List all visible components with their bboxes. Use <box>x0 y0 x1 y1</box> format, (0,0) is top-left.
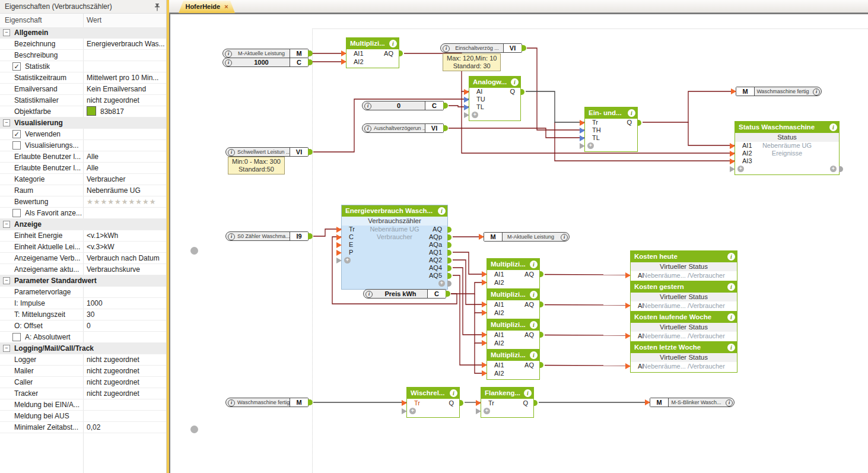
block-multiplizierer-5[interactable]: Multiplizi...iAI1AQAI2 <box>487 349 540 380</box>
add-input-icon[interactable]: + <box>484 408 490 414</box>
property-row-Als Favorit anze...[interactable]: Als Favorit anze... <box>0 208 166 219</box>
input-port-arrow[interactable] <box>482 340 487 346</box>
property-row-Statistikmailer[interactable]: Statistikmailernicht zugeordnet <box>0 95 166 106</box>
checkbox-Verwenden[interactable]: ✓ <box>12 130 21 138</box>
collapse-icon[interactable]: − <box>3 119 10 126</box>
output-port-nub[interactable] <box>447 281 452 287</box>
info-icon[interactable]: i <box>813 88 820 96</box>
input-port-arrow[interactable] <box>464 97 469 103</box>
info-icon[interactable]: i <box>628 109 635 117</box>
property-row-Meldung bei EIN/A...[interactable]: Meldung bei EIN/A... <box>0 399 166 411</box>
input-port-arrow[interactable] <box>402 400 407 406</box>
property-row-Visualisierung[interactable]: −Visualisierung <box>0 118 166 129</box>
input-port-arrow[interactable] <box>482 310 487 316</box>
input-port-arrow[interactable] <box>336 250 342 256</box>
input-port-arrow[interactable] <box>580 128 585 134</box>
property-row-Visualisierungs...[interactable]: Visualisierungs... <box>0 140 166 151</box>
info-icon[interactable]: i <box>364 103 371 110</box>
vi-waschmaschine-fertig[interactable]: iWaschmaschine fertigM <box>225 398 309 407</box>
property-row-Caller[interactable]: Callernicht zugeordnet <box>0 377 166 388</box>
input-port-arrow[interactable] <box>464 104 469 110</box>
input-port-arrow[interactable] <box>476 408 481 414</box>
input-port-arrow[interactable] <box>580 120 585 126</box>
block-flankengenerator[interactable]: Flankeng...iTrQ+ <box>481 387 534 418</box>
info-icon[interactable]: i <box>228 149 235 156</box>
input-port-arrow[interactable] <box>482 301 487 307</box>
info-icon[interactable]: i <box>727 253 735 261</box>
input-port-arrow[interactable] <box>730 143 735 149</box>
output-port-nub[interactable] <box>447 242 452 248</box>
output-port-nub[interactable] <box>520 89 524 95</box>
output-port-nub[interactable] <box>637 120 641 126</box>
collapse-icon[interactable]: − <box>3 345 10 352</box>
input-port-arrow[interactable] <box>730 151 735 157</box>
block-kosten-laufende-woche[interactable]: Kosten laufende WocheiVirtueller StatusA… <box>630 311 737 342</box>
input-port-arrow[interactable] <box>580 143 585 149</box>
info-icon[interactable]: i <box>726 399 733 407</box>
input-port-arrow[interactable] <box>336 258 342 264</box>
input-port-arrow[interactable] <box>482 362 487 368</box>
block-energieverbrauch-waschmaschine[interactable]: Energieverbrauch Wasch...iVerbrauchszähl… <box>341 205 448 290</box>
checkbox-A: Absolutwert[interactable] <box>12 333 21 341</box>
collapse-icon[interactable]: − <box>3 29 10 36</box>
info-icon[interactable]: i <box>389 40 397 47</box>
input-port-arrow[interactable] <box>730 158 735 164</box>
tab-hoferheide[interactable]: HoferHeide× <box>179 1 235 13</box>
collapse-icon[interactable]: − <box>3 277 10 284</box>
vo-waschmaschine-fertig[interactable]: MWaschmaschine fertigi <box>736 87 822 96</box>
block-status-waschmaschine[interactable]: Status WaschmaschineiStatusAI1Nebenräume… <box>735 121 840 175</box>
input-port-arrow[interactable] <box>482 332 487 338</box>
info-icon[interactable]: i <box>829 123 837 131</box>
info-icon[interactable]: i <box>228 233 235 240</box>
output-port-nub[interactable] <box>447 234 452 240</box>
tab-close-icon[interactable]: × <box>224 3 228 10</box>
output-port-nub[interactable] <box>447 265 452 271</box>
block-multiplizierer-3[interactable]: Multiplizi...iAI1AQAI2 <box>487 288 540 319</box>
info-icon[interactable]: i <box>727 313 735 321</box>
property-row-Allgemein[interactable]: −Allgemein <box>0 27 166 39</box>
input-port-arrow[interactable] <box>482 280 487 285</box>
property-row-Mailer[interactable]: Mailernicht zugeordnet <box>0 366 166 377</box>
input-port-arrow[interactable] <box>482 370 487 376</box>
property-row-Minimaler Zeitabst...[interactable]: Minimaler Zeitabst...0,02 <box>0 422 166 433</box>
property-row-Beschreibung[interactable]: Beschreibung <box>0 50 166 61</box>
output-port-nub[interactable] <box>447 273 452 279</box>
input-port-arrow[interactable] <box>336 242 342 248</box>
add-input-icon[interactable]: + <box>737 166 744 172</box>
property-row-Statistikzeitraum[interactable]: StatistikzeitraumMittelwert pro 10 Min..… <box>0 72 166 84</box>
info-icon[interactable]: i <box>225 50 232 58</box>
block-multiplizierer-2[interactable]: Multiplizi...iAI1AQAI2 <box>487 258 540 289</box>
property-row-Statistik[interactable]: ✓Statistik <box>0 61 166 72</box>
add-output-icon[interactable]: + <box>438 280 445 287</box>
input-port-arrow[interactable] <box>730 166 735 172</box>
add-input-icon[interactable]: + <box>344 257 351 264</box>
info-icon[interactable]: i <box>450 389 457 397</box>
input-port-arrow[interactable] <box>464 112 469 118</box>
info-icon[interactable]: i <box>561 234 568 241</box>
block-kosten-gestern[interactable]: Kosten gesterniVirtueller StatusAINebenr… <box>630 281 737 312</box>
property-row-Bezeichnung[interactable]: BezeichnungEnergieverbrauch Was... <box>0 39 166 50</box>
input-port-arrow[interactable] <box>625 303 631 309</box>
output-port-nub[interactable] <box>447 227 452 233</box>
property-row-Logging/Mail/Call/Track[interactable]: −Logging/Mail/Call/Track <box>0 343 166 354</box>
checkbox-Visualisierungs...[interactable] <box>12 141 21 150</box>
block-analogwaechter[interactable]: Analogw...iAIQTUTL+ <box>469 76 521 121</box>
property-row-Erlaubte Benutzer l...[interactable]: Erlaubte Benutzer l...Alle <box>0 151 166 163</box>
checkbox-Statistik[interactable]: ✓ <box>12 62 21 71</box>
property-row-Verwenden[interactable]: ✓Verwenden <box>0 129 166 140</box>
property-row-Parameter Standardwert[interactable]: −Parameter Standardwert <box>0 275 166 287</box>
property-row-O: Offset[interactable]: O: Offset0 <box>0 320 166 332</box>
output-port-nub[interactable] <box>447 250 452 256</box>
property-row-Meldung bei AUS[interactable]: Meldung bei AUS <box>0 411 166 422</box>
add-output-icon[interactable]: + <box>830 166 837 172</box>
property-row-Einheit Aktuelle Lei...[interactable]: Einheit Aktuelle Lei...<v.3>kW <box>0 242 166 253</box>
color-swatch[interactable] <box>87 106 96 116</box>
vi-0[interactable]: i0C <box>362 101 444 110</box>
info-icon[interactable]: i <box>511 78 519 86</box>
input-port-arrow[interactable] <box>731 88 736 94</box>
info-icon[interactable]: i <box>225 59 232 66</box>
property-row-Emailversand[interactable]: EmailversandKein Emailversand <box>0 84 166 95</box>
input-port-arrow[interactable] <box>625 333 631 339</box>
vi-ausschaltverzoegerung[interactable]: iAuschaltverzögerun ...VI <box>362 123 444 133</box>
block-multiplizierer-1[interactable]: Multiplizi...iAI1AQAI2 <box>346 37 399 68</box>
